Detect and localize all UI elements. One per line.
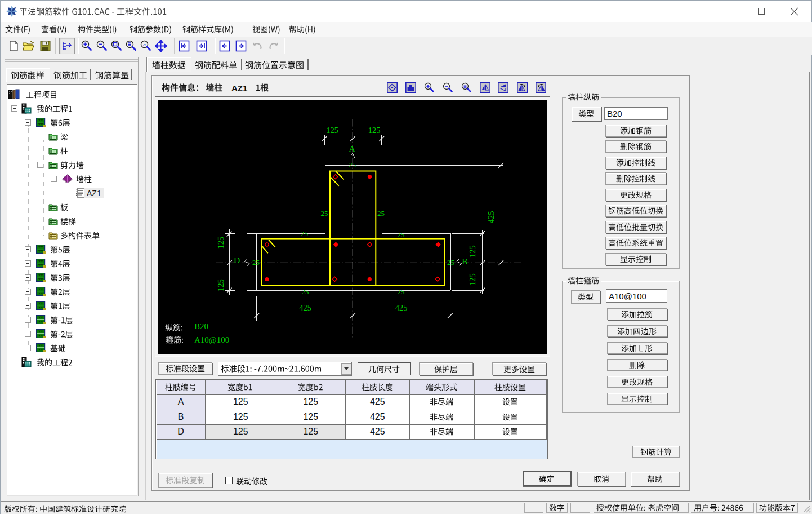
svg-text:425: 425 — [487, 211, 496, 223]
svg-text:25: 25 — [398, 231, 405, 239]
svg-text:25: 25 — [398, 287, 405, 296]
svg-text:25: 25 — [302, 287, 309, 296]
svg-text:25: 25 — [301, 229, 308, 238]
svg-text:a: a — [143, 42, 146, 47]
svg-text:25: 25 — [377, 209, 385, 218]
svg-text:25: 25 — [321, 209, 328, 218]
svg-text:25: 25 — [252, 258, 260, 267]
svg-text:425: 425 — [299, 303, 311, 312]
svg-text:125: 125 — [216, 279, 225, 291]
svg-text:B: B — [462, 256, 467, 266]
svg-text:125: 125 — [216, 237, 225, 249]
svg-text:A: A — [349, 144, 356, 153]
svg-text:425: 425 — [395, 303, 408, 312]
svg-text:25: 25 — [349, 161, 356, 169]
svg-text:125: 125 — [468, 273, 477, 286]
svg-text:125: 125 — [468, 245, 477, 258]
svg-text:D: D — [234, 255, 240, 265]
svg-text:125: 125 — [326, 126, 338, 135]
svg-text:25: 25 — [447, 258, 454, 267]
svg-text:125: 125 — [368, 126, 381, 135]
